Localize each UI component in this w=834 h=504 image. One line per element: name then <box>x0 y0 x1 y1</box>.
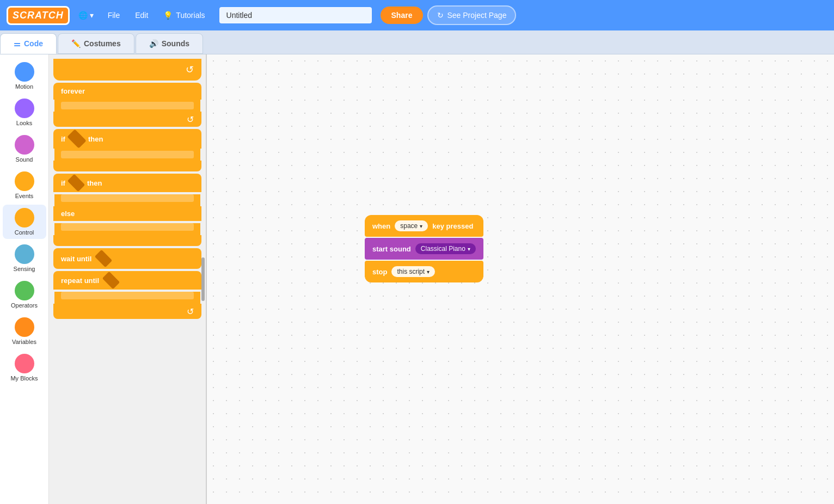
key-dropdown-arrow: ▾ <box>420 223 422 229</box>
block-if-then[interactable]: if then <box>53 129 201 171</box>
block-if-then-else[interactable]: if then else <box>53 174 201 246</box>
top-nav: SCRATCH 🌐 ▾ File Edit 💡 Tutorials Share … <box>0 0 834 30</box>
sensing-label: Sensing <box>14 266 35 272</box>
then-label-1: then <box>88 135 103 143</box>
operators-label: Operators <box>11 302 38 309</box>
else-label: else <box>61 210 75 218</box>
sidebar-item-sensing[interactable]: Sensing <box>3 241 46 275</box>
category-sidebar: Motion Looks Sound Events Control Sensin… <box>0 54 49 504</box>
script-container: when space ▾ key pressed start sound Cla… <box>365 215 483 282</box>
stop-dropdown[interactable]: this script ▾ <box>391 266 435 277</box>
sidebar-item-operators[interactable]: Operators <box>3 278 46 312</box>
scrollbar-indicator[interactable] <box>201 257 205 301</box>
globe-button[interactable]: 🌐 ▾ <box>74 9 98 22</box>
lightbulb-icon: 💡 <box>163 11 173 20</box>
code-icon: ⚌ <box>14 39 21 48</box>
events-label: Events <box>15 193 34 199</box>
myblocks-dot <box>15 354 34 373</box>
tab-code[interactable]: ⚌ Code <box>0 33 57 54</box>
control-dot <box>15 208 34 228</box>
tutorials-button[interactable]: 💡 Tutorials <box>158 9 210 22</box>
project-title-input[interactable] <box>219 7 372 23</box>
key-pressed-text: key pressed <box>432 222 473 230</box>
canvas-area: when space ▾ key pressed start sound Cla… <box>207 54 834 504</box>
share-button[interactable]: Share <box>381 7 424 24</box>
sidebar-item-control[interactable]: Control <box>3 205 46 239</box>
forever-arrow-icon: ↺ <box>187 114 194 125</box>
loop-arrow-icon: ↺ <box>186 64 194 76</box>
see-project-button[interactable]: ↻ See Project Page <box>427 5 516 25</box>
scratch-logo[interactable]: SCRATCH <box>7 6 70 25</box>
motion-label: Motion <box>15 83 33 90</box>
sound-dropdown[interactable]: Classical Piano ▾ <box>415 243 476 254</box>
sidebar-item-sound[interactable]: Sound <box>3 132 46 166</box>
looks-dot <box>15 99 34 118</box>
edit-menu-button[interactable]: Edit <box>130 9 154 22</box>
tab-costumes[interactable]: ✏️ Costumes <box>58 33 134 54</box>
when-text: when <box>372 222 390 230</box>
if-label-1: if <box>61 135 65 143</box>
motion-dot <box>15 62 34 82</box>
canvas-block-when-key[interactable]: when space ▾ key pressed <box>365 215 483 237</box>
key-dropdown[interactable]: space ▾ <box>395 220 428 231</box>
forever-label: forever <box>61 87 85 95</box>
block-wait-until[interactable]: wait until <box>53 248 201 269</box>
refresh-icon: ↻ <box>437 11 444 20</box>
tab-sounds[interactable]: 🔊 Sounds <box>136 33 203 54</box>
block-repeat-until[interactable]: repeat until ↺ <box>53 271 201 319</box>
wait-until-label: wait until <box>61 255 91 263</box>
stop-text: stop <box>372 268 387 276</box>
block-forever[interactable]: forever ↺ <box>53 83 201 127</box>
canvas-block-stop[interactable]: stop this script ▾ <box>365 261 483 282</box>
sidebar-item-motion[interactable]: Motion <box>3 59 46 93</box>
stop-dropdown-arrow: ▾ <box>427 269 430 275</box>
sidebar-item-looks[interactable]: Looks <box>3 95 46 130</box>
sidebar-item-events[interactable]: Events <box>3 168 46 202</box>
blocks-panel: ↺ forever ↺ if then <box>49 54 207 504</box>
repeat-until-label: repeat until <box>61 276 99 285</box>
brush-icon: ✏️ <box>71 39 81 48</box>
sound-value: Classical Piano <box>421 245 465 253</box>
key-value: space <box>400 222 418 230</box>
tab-bar: ⚌ Code ✏️ Costumes 🔊 Sounds <box>0 30 834 54</box>
sidebar-item-variables[interactable]: Variables <box>3 314 46 348</box>
variables-label: Variables <box>12 339 36 345</box>
start-sound-text: start sound <box>372 245 411 253</box>
events-dot <box>15 171 34 191</box>
stop-value: this script <box>397 268 425 275</box>
if-label-2: if <box>61 179 65 187</box>
looks-label: Looks <box>16 120 32 126</box>
sound-label: Sound <box>16 156 33 163</box>
repeat-arrow-icon: ↺ <box>187 306 194 317</box>
sensing-dot <box>15 244 34 264</box>
sidebar-item-myblocks[interactable]: My Blocks <box>3 351 46 385</box>
then-label-2: then <box>87 179 102 187</box>
control-label: Control <box>15 229 34 236</box>
operators-dot <box>15 281 34 300</box>
sound-dot <box>15 135 34 155</box>
block-cap-end[interactable]: ↺ <box>53 59 201 81</box>
main-area: Motion Looks Sound Events Control Sensin… <box>0 54 834 504</box>
canvas-block-start-sound[interactable]: start sound Classical Piano ▾ <box>365 238 483 260</box>
speaker-icon: 🔊 <box>149 39 158 48</box>
variables-dot <box>15 317 34 337</box>
file-menu-button[interactable]: File <box>102 9 126 22</box>
globe-icon: 🌐 <box>78 11 88 20</box>
sound-dropdown-arrow: ▾ <box>468 246 470 252</box>
myblocks-label: My Blocks <box>10 375 38 382</box>
globe-arrow: ▾ <box>90 11 94 20</box>
